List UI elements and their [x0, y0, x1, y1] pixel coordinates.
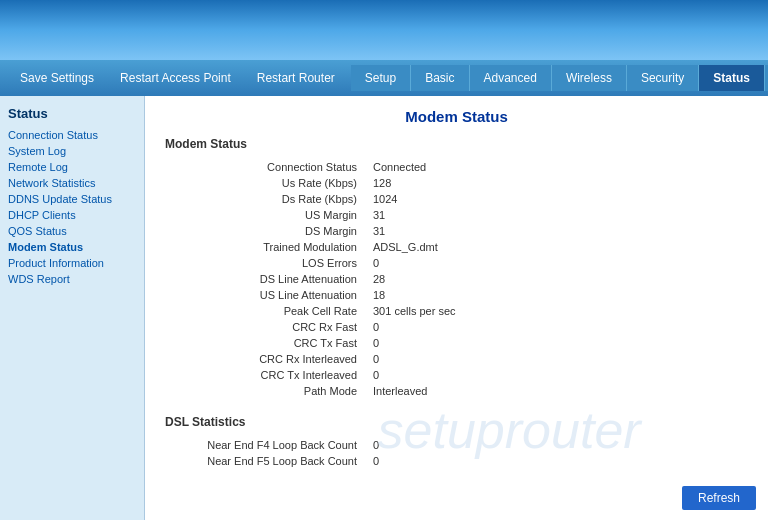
save-settings-button[interactable]: Save Settings — [8, 67, 106, 89]
table-row: CRC Rx Interleaved0 — [165, 351, 748, 367]
table-row: Connection StatusConnected — [165, 159, 748, 175]
sidebar-item-wds-report[interactable]: WDS Report — [8, 271, 136, 287]
field-label: DS Margin — [165, 223, 365, 239]
field-value: Connected — [365, 159, 748, 175]
sidebar-title: Status — [8, 106, 136, 121]
field-label: Us Rate (Kbps) — [165, 175, 365, 191]
table-row: DS Line Attenuation28 — [165, 271, 748, 287]
field-value: 0 — [365, 367, 748, 383]
refresh-button[interactable]: Refresh — [682, 486, 756, 510]
sidebar-item-remote-log[interactable]: Remote Log — [8, 159, 136, 175]
toolbar: Save Settings Restart Access Point Resta… — [0, 60, 768, 96]
nav-tabs: Setup Basic Advanced Wireless Security S… — [351, 65, 768, 91]
field-label: LOS Errors — [165, 255, 365, 271]
field-label: CRC Tx Fast — [165, 335, 365, 351]
field-label: Path Mode — [165, 383, 365, 399]
table-row: Peak Cell Rate301 cells per sec — [165, 303, 748, 319]
field-value: 0 — [365, 453, 748, 469]
page-title: Modem Status — [165, 108, 748, 125]
table-row: Trained ModulationADSL_G.dmt — [165, 239, 748, 255]
refresh-bar: Refresh — [682, 486, 756, 510]
sidebar-item-qos-status[interactable]: QOS Status — [8, 223, 136, 239]
table-row: US Line Attenuation18 — [165, 287, 748, 303]
modem-status-table: Connection StatusConnectedUs Rate (Kbps)… — [165, 159, 748, 399]
table-row: Near End F5 Loop Back Count0 — [165, 453, 748, 469]
modem-section-title: Modem Status — [165, 137, 748, 151]
field-value: 0 — [365, 319, 748, 335]
restart-access-point-button[interactable]: Restart Access Point — [108, 67, 243, 89]
table-row: Path ModeInterleaved — [165, 383, 748, 399]
sidebar-item-product-information[interactable]: Product Information — [8, 255, 136, 271]
sidebar-item-ddns-update-status[interactable]: DDNS Update Status — [8, 191, 136, 207]
tab-advanced[interactable]: Advanced — [470, 65, 552, 91]
table-row: LOS Errors0 — [165, 255, 748, 271]
field-value: 128 — [365, 175, 748, 191]
sidebar-item-network-statistics[interactable]: Network Statistics — [8, 175, 136, 191]
sidebar-item-connection-status[interactable]: Connection Status — [8, 127, 136, 143]
field-label: Near End F5 Loop Back Count — [165, 453, 365, 469]
field-label: US Line Attenuation — [165, 287, 365, 303]
field-value: Interleaved — [365, 383, 748, 399]
sidebar-item-dhcp-clients[interactable]: DHCP Clients — [8, 207, 136, 223]
field-value: 0 — [365, 351, 748, 367]
sidebar-item-system-log[interactable]: System Log — [8, 143, 136, 159]
content-area: Modem Status Modem Status Connection Sta… — [145, 96, 768, 520]
tab-status[interactable]: Status — [699, 65, 765, 91]
field-label: Near End F4 Loop Back Count — [165, 437, 365, 453]
field-value: ADSL_G.dmt — [365, 239, 748, 255]
field-value: 301 cells per sec — [365, 303, 748, 319]
dsl-statistics-table: Near End F4 Loop Back Count0Near End F5 … — [165, 437, 748, 469]
tab-wireless[interactable]: Wireless — [552, 65, 627, 91]
field-value: 0 — [365, 255, 748, 271]
field-value: 31 — [365, 207, 748, 223]
field-label: DS Line Attenuation — [165, 271, 365, 287]
field-label: CRC Rx Fast — [165, 319, 365, 335]
dsl-section-title: DSL Statistics — [165, 415, 748, 429]
field-label: Trained Modulation — [165, 239, 365, 255]
table-row: Near End F4 Loop Back Count0 — [165, 437, 748, 453]
top-banner — [0, 0, 768, 60]
sidebar-item-modem-status[interactable]: Modem Status — [8, 239, 136, 255]
field-value: 0 — [365, 335, 748, 351]
field-label: Connection Status — [165, 159, 365, 175]
tab-security[interactable]: Security — [627, 65, 699, 91]
table-row: DS Margin31 — [165, 223, 748, 239]
table-row: Us Rate (Kbps)128 — [165, 175, 748, 191]
field-label: CRC Tx Interleaved — [165, 367, 365, 383]
field-label: CRC Rx Interleaved — [165, 351, 365, 367]
table-row: CRC Rx Fast0 — [165, 319, 748, 335]
tab-setup[interactable]: Setup — [351, 65, 411, 91]
table-row: US Margin31 — [165, 207, 748, 223]
field-label: Peak Cell Rate — [165, 303, 365, 319]
field-value: 31 — [365, 223, 748, 239]
field-label: Ds Rate (Kbps) — [165, 191, 365, 207]
table-row: Ds Rate (Kbps)1024 — [165, 191, 748, 207]
table-row: CRC Tx Interleaved0 — [165, 367, 748, 383]
field-value: 18 — [365, 287, 748, 303]
sidebar: Status Connection Status System Log Remo… — [0, 96, 145, 520]
field-value: 1024 — [365, 191, 748, 207]
field-value: 28 — [365, 271, 748, 287]
restart-router-button[interactable]: Restart Router — [245, 67, 347, 89]
table-row: CRC Tx Fast0 — [165, 335, 748, 351]
main-layout: Status Connection Status System Log Remo… — [0, 96, 768, 520]
field-label: US Margin — [165, 207, 365, 223]
field-value: 0 — [365, 437, 748, 453]
tab-basic[interactable]: Basic — [411, 65, 469, 91]
